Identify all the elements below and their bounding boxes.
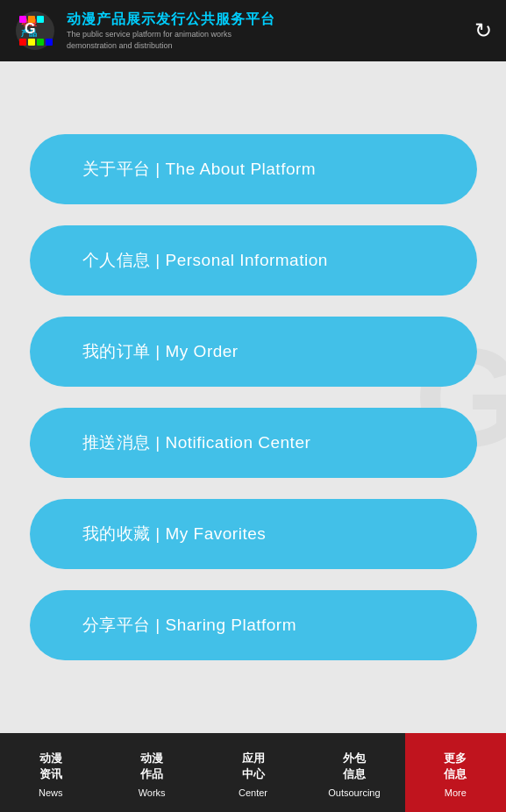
svg-rect-3 (19, 39, 26, 46)
news-icon: 动漫 资讯 (32, 747, 70, 786)
refresh-icon[interactable]: ↻ (474, 18, 492, 43)
header-text-block: 动漫产品展示发行公共服务平台 The public service platfo… (67, 11, 275, 51)
nav-item-news[interactable]: 动漫 资讯 News (0, 733, 101, 812)
nav-label-works: Works (139, 787, 166, 798)
outsourcing-icon: 外包 信息 (335, 747, 374, 786)
app-logo: 动漫 产品 G (14, 10, 56, 52)
personal-info-button[interactable]: 个人信息 | Personal Information (30, 225, 477, 296)
svg-rect-4 (28, 39, 35, 46)
svg-rect-6 (46, 39, 53, 46)
notification-center-button[interactable]: 推送消息 | Notification Center (30, 408, 477, 478)
my-order-button[interactable]: 我的订单 | My Order (30, 317, 477, 387)
about-platform-button[interactable]: 关于平台 | The About Platform (30, 134, 477, 204)
nav-item-outsourcing[interactable]: 外包 信息 Outsourcing (303, 733, 404, 812)
svg-rect-9 (37, 16, 44, 23)
more-icon: 更多 信息 (436, 747, 474, 786)
header-subtitle: The public service platform for animatio… (67, 29, 268, 51)
nav-item-center[interactable]: 应用 中心 Center (203, 733, 303, 812)
sharing-platform-button[interactable]: 分享平台 | Sharing Platform (30, 590, 477, 660)
nav-label-outsourcing: Outsourcing (328, 787, 380, 798)
nav-label-more: More (445, 787, 467, 798)
app-header: 动漫 产品 G 动漫产品展示发行公共服务平台 The public servic… (0, 0, 506, 61)
svg-text:G: G (25, 21, 35, 36)
svg-rect-5 (37, 39, 44, 46)
my-favorites-button[interactable]: 我的收藏 | My Favorites (30, 499, 477, 569)
center-icon: 应用 中心 (234, 747, 273, 786)
header-left: 动漫 产品 G 动漫产品展示发行公共服务平台 The public servic… (14, 10, 275, 52)
footer-nav: 动漫 资讯 News 动漫 作品 Works 应用 中心 Center 外包 信… (0, 733, 506, 812)
nav-item-works[interactable]: 动漫 作品 Works (101, 733, 202, 812)
nav-label-center: Center (239, 787, 267, 798)
nav-label-news: News (39, 787, 63, 798)
works-icon: 动漫 作品 (132, 747, 171, 786)
nav-item-more[interactable]: 更多 信息 More (405, 733, 506, 812)
main-content: G 关于平台 | The About Platform 个人信息 | Perso… (0, 61, 506, 733)
header-title: 动漫产品展示发行公共服务平台 (67, 11, 275, 29)
